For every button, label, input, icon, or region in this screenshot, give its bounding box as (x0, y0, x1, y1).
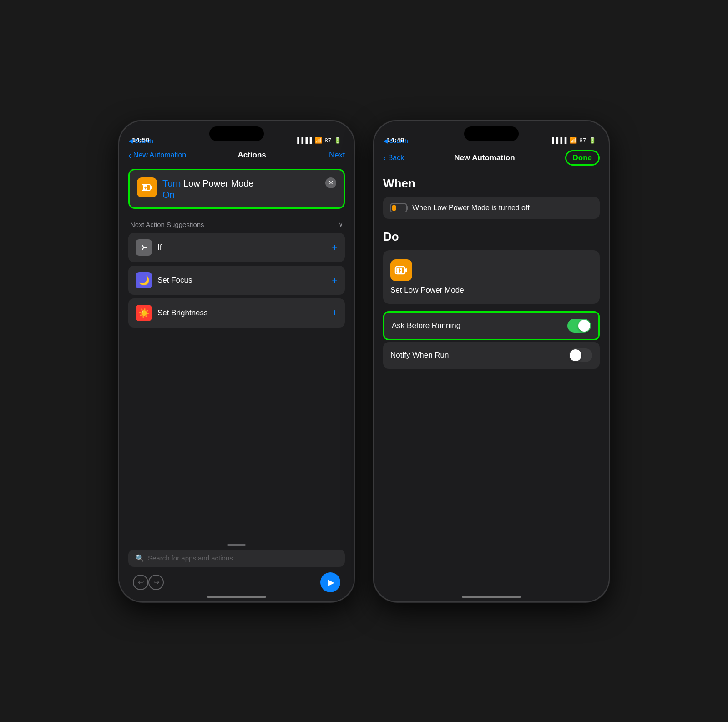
back-label-nav-2: Back (388, 154, 404, 162)
signal-icon-2: ▐▐▐▐ (550, 137, 567, 144)
add-if-button[interactable]: + (332, 242, 338, 253)
battery-text-2: 87 (580, 137, 586, 144)
ask-before-running-item[interactable]: Ask Before Running (383, 311, 600, 340)
status-icons-1: ▐▐▐▐ 📶 87 🔋 (295, 137, 341, 144)
notify-when-run-toggle[interactable] (569, 348, 592, 362)
done-button[interactable]: Done (565, 150, 600, 166)
toolbar-row: ↩ ↪ ▶ (128, 572, 345, 592)
do-header: Do (383, 230, 600, 244)
phone2: 14:49 ▐▐▐▐ 📶 87 🔋 ◀ Search ‹ Back New Au… (373, 120, 610, 602)
phone1-content: ‹ New Automation Actions Next (119, 146, 354, 601)
do-action-label: Set Low Power Mode (390, 286, 464, 295)
focus-icon: 🌙 (136, 272, 152, 288)
action-text-content: Turn Low Power Mode On (162, 177, 320, 200)
battery-text-1: 87 (325, 137, 331, 144)
when-trigger-text: When Low Power Mode is turned off (412, 204, 530, 212)
low-power-icon (137, 177, 157, 197)
action-line1: Turn Low Power Mode (162, 178, 320, 189)
home-indicator-1 (207, 596, 266, 598)
brightness-icon: ☀️ (136, 305, 152, 321)
toggle-knob-notify (570, 349, 581, 361)
back-label-nav-1: New Automation (133, 151, 187, 159)
svg-rect-4 (405, 268, 407, 272)
chevron-down-icon[interactable]: ∨ (339, 221, 343, 228)
phone2-content: ‹ Back New Automation Done When (374, 146, 609, 601)
if-icon (136, 239, 152, 256)
back-button-2[interactable]: ‹ Back (383, 152, 404, 163)
suggestion-brightness[interactable]: ☀️ Set Brightness + (128, 298, 345, 328)
signal-icon: ▐▐▐▐ (295, 137, 312, 144)
do-action-card[interactable]: Set Low Power Mode (383, 250, 600, 304)
notify-when-run-item[interactable]: Notify When Run (383, 342, 600, 369)
wifi-icon-2: 📶 (570, 137, 577, 144)
screen2-scroll: When When Low Power Mode is turned off D… (374, 169, 609, 599)
suggestions-header: Next Action Suggestions ∨ (128, 218, 345, 233)
dynamic-island-2 (464, 126, 519, 141)
back-button-1[interactable]: ‹ New Automation (128, 150, 186, 161)
undo-button[interactable]: ↩ (133, 575, 148, 590)
battery-icon-1: 🔋 (334, 137, 341, 144)
nav-title-2: New Automation (404, 153, 565, 162)
settings-section: Ask Before Running Notify When Run (383, 311, 600, 369)
search-placeholder: Search for apps and actions (148, 554, 233, 562)
when-header: When (383, 177, 600, 191)
home-indicator-2 (462, 596, 521, 598)
search-icon: 🔍 (136, 554, 144, 562)
suggestion-focus[interactable]: 🌙 Set Focus + (128, 266, 345, 295)
screen1-scroll: Turn Low Power Mode On ✕ Next Action Sug… (119, 164, 354, 574)
nav-bar-1: ‹ New Automation Actions Next (119, 146, 354, 164)
action-card[interactable]: Turn Low Power Mode On ✕ (128, 169, 345, 209)
do-low-power-icon (390, 259, 412, 281)
play-button[interactable]: ▶ (320, 572, 340, 592)
dynamic-island (209, 126, 264, 141)
add-focus-button[interactable]: + (332, 274, 338, 286)
suggestion-if[interactable]: If + (128, 233, 345, 262)
when-trigger-item[interactable]: When Low Power Mode is turned off (383, 197, 600, 219)
back-label-1: ◀ Search (128, 137, 153, 144)
suggestion-brightness-label: Set Brightness (157, 308, 326, 318)
action-line2: On (162, 190, 320, 200)
svg-rect-1 (151, 186, 152, 189)
notify-when-run-label: Notify When Run (390, 351, 449, 360)
nav-title-1: Actions (186, 151, 318, 160)
add-brightness-button[interactable]: + (332, 307, 338, 319)
battery-icon-2: 🔋 (589, 137, 596, 144)
scene: 14:50 ▐▐▐▐ 📶 87 🔋 ◀ Search ‹ New Automat… (100, 102, 628, 621)
suggestion-if-label: If (157, 243, 326, 252)
next-button[interactable]: Next (318, 151, 345, 160)
nav-bar-2: ‹ Back New Automation Done (374, 146, 609, 169)
phone1: 14:50 ▐▐▐▐ 📶 87 🔋 ◀ Search ‹ New Automat… (118, 120, 355, 602)
toggle-knob-ask (578, 320, 590, 332)
bottom-bar-1: 🔍 Search for apps and actions ↩ ↪ ▶ (119, 540, 354, 601)
redo-button[interactable]: ↪ (148, 575, 164, 590)
ask-before-running-toggle[interactable] (567, 319, 591, 333)
action-noun: Low Power Mode (183, 178, 254, 188)
ask-before-running-label: Ask Before Running (392, 321, 460, 330)
status-icons-2: ▐▐▐▐ 📶 87 🔋 (550, 137, 596, 144)
battery-icon-container (390, 203, 407, 212)
back-label-2: ◀ Search (383, 137, 408, 144)
suggestions-title: Next Action Suggestions (130, 221, 204, 228)
search-bar[interactable]: 🔍 Search for apps and actions (128, 550, 345, 567)
wifi-icon: 📶 (315, 137, 322, 144)
close-button[interactable]: ✕ (325, 177, 336, 188)
suggestion-focus-label: Set Focus (157, 276, 326, 285)
